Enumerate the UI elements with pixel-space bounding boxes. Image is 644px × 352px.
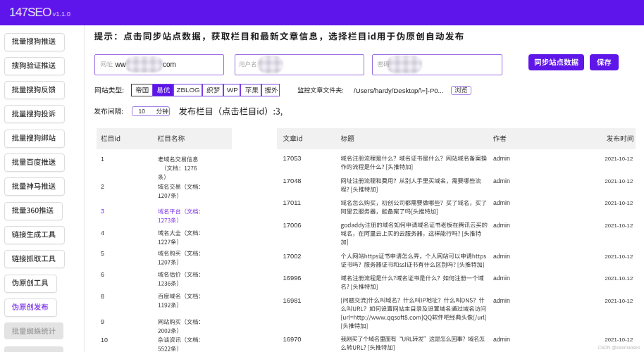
svg-text:6: 6 xyxy=(101,271,104,278)
svg-text:admin: admin xyxy=(493,336,510,343)
svg-text:17006: 17006 xyxy=(283,221,302,229)
svg-text:2021-10-12: 2021-10-12 xyxy=(605,253,633,260)
svg-text:17011: 17011 xyxy=(283,199,301,206)
svg-text:147SEO: 147SEO xyxy=(9,5,51,19)
svg-text:16981: 16981 xyxy=(283,296,302,304)
svg-text:2021-10-12: 2021-10-12 xyxy=(605,156,633,162)
svg-text:WP: WP xyxy=(227,86,238,94)
svg-text:2021-10-12: 2021-10-12 xyxy=(605,298,633,304)
svg-text:10: 10 xyxy=(101,337,108,344)
svg-text:8: 8 xyxy=(101,293,104,300)
svg-text:admin: admin xyxy=(493,253,510,260)
svg-text:ww: ww xyxy=(115,61,127,68)
svg-text:admin: admin xyxy=(493,222,510,229)
svg-text:5: 5 xyxy=(101,250,104,257)
svg-text:/Users/hardy/Desktop/\=]-P0...: /Users/hardy/Desktop/\=]-P0... xyxy=(354,87,444,94)
svg-text:com: com xyxy=(163,61,176,68)
svg-text:2021-10-12: 2021-10-12 xyxy=(605,275,633,282)
svg-text:17002: 17002 xyxy=(283,252,302,260)
svg-text:admin: admin xyxy=(493,297,510,304)
svg-text:9: 9 xyxy=(101,318,104,325)
svg-text:17048: 17048 xyxy=(283,177,302,184)
svg-text:4: 4 xyxy=(101,230,104,237)
svg-text:ZBLOG: ZBLOG xyxy=(176,86,199,94)
svg-text:admin: admin xyxy=(493,199,510,206)
svg-text:2021-10-12: 2021-10-12 xyxy=(605,337,633,343)
svg-text:2: 2 xyxy=(101,183,104,190)
svg-text:3: 3 xyxy=(101,208,104,215)
svg-text:2021-10-12: 2021-10-12 xyxy=(605,222,633,229)
svg-text:16996: 16996 xyxy=(283,274,302,282)
svg-text:10: 10 xyxy=(139,108,146,115)
svg-text:CSDN @xiaomaoseo: CSDN @xiaomaoseo xyxy=(598,345,640,350)
svg-text:1: 1 xyxy=(101,156,104,163)
svg-text:admin: admin xyxy=(493,275,510,282)
svg-text:2021-10-12: 2021-10-12 xyxy=(605,178,633,184)
svg-text:admin: admin xyxy=(493,177,510,184)
svg-text:2021-10-12: 2021-10-12 xyxy=(605,200,633,206)
svg-text:admin: admin xyxy=(493,155,510,162)
svg-text:17053: 17053 xyxy=(283,154,302,162)
svg-text:v1.1.0: v1.1.0 xyxy=(53,11,70,18)
svg-text:16970: 16970 xyxy=(283,335,302,343)
